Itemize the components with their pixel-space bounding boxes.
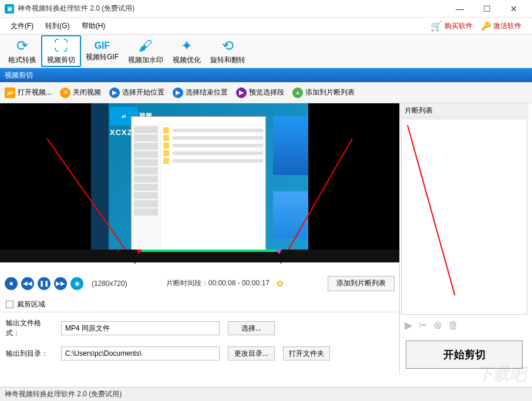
select-format-button[interactable]: 选择... [228, 321, 275, 335]
cut-fragment-icon[interactable]: ✂ [419, 319, 427, 332]
annotation-arrow-right [402, 119, 531, 295]
tool-optimize[interactable]: ✦视频优化 [168, 35, 206, 67]
statusbar: 神奇视频转换处理软件 2.0 (免费试用) [0, 387, 532, 401]
marker-start[interactable] [136, 250, 142, 254]
app-icon [5, 4, 14, 14]
buy-link[interactable]: 🛒 购买软件 [430, 21, 473, 32]
crop-checkbox[interactable] [6, 301, 14, 308]
trash-icon[interactable]: 🗑 [448, 319, 459, 332]
menu-help[interactable]: 帮助(H) [76, 19, 112, 33]
activate-label: 激活软件 [493, 21, 521, 31]
plus-icon: + [292, 87, 303, 98]
minimize-button[interactable]: — [446, 0, 473, 18]
svg-line-2 [408, 125, 466, 295]
menu-file[interactable]: 文件(F) [5, 19, 39, 33]
titlebar: 神奇视频转换处理软件 2.0 (免费试用) — ☐ ✕ [0, 0, 532, 18]
action-select-start[interactable]: ▶选择开始位置 [109, 87, 164, 98]
action-open-video[interactable]: 📂打开视频... [5, 87, 52, 98]
section-header: 视频剪切 [0, 68, 532, 82]
tool-watermark[interactable]: 🖌视频加水印 [123, 35, 168, 67]
maximize-button[interactable]: ☐ [473, 0, 500, 18]
snapshot-button[interactable]: ◉ [70, 277, 83, 290]
gif-icon: GIF [95, 41, 110, 51]
folder-icon: 📂 [5, 87, 15, 98]
status-text: 神奇视频转换处理软件 2.0 (免费试用) [5, 389, 122, 399]
tool-rotate[interactable]: ⟲旋转和翻转 [206, 35, 250, 67]
close-button[interactable]: ✕ [500, 0, 527, 18]
fragment-list-header: 片断列表 [400, 103, 528, 117]
play-start-icon: ▶ [109, 87, 120, 98]
add-to-fragment-list-button[interactable]: 添加到片断列表 [328, 276, 395, 291]
rotate-icon: ⟲ [222, 38, 234, 54]
preview-icon: ▶ [236, 87, 247, 98]
close-icon: ✕ [60, 87, 70, 98]
open-folder-button[interactable]: 打开文件夹 [283, 346, 330, 360]
action-preview[interactable]: ▶预览选择段 [236, 87, 284, 98]
output-dir-label: 输出到目录： [6, 349, 53, 359]
buy-label: 购买软件 [445, 21, 473, 31]
menubar: 文件(F) 转到(G) 帮助(H) 🛒 购买软件 🔑 激活软件 [0, 18, 532, 34]
delete-fragment-icon[interactable]: ⊗ [433, 319, 442, 332]
window-title: 神奇视频转换处理软件 2.0 (免费试用) [18, 4, 134, 14]
activate-link[interactable]: 🔑 激活软件 [481, 21, 521, 31]
timeline-selection[interactable] [138, 250, 279, 252]
marker-end[interactable] [276, 250, 282, 254]
crop-label: 裁剪区域 [17, 299, 45, 309]
video-viewport[interactable]: ⇄ 视频 XCXZQ [0, 103, 399, 250]
fragment-tools: ▶ ✂ ⊗ 🗑 [400, 316, 528, 335]
play-fragment-icon[interactable]: ▶ [405, 319, 413, 332]
fragment-pane: 片断列表 ▶ ✂ ⊗ 🗑 开始剪切 [399, 103, 528, 375]
timeline[interactable] [0, 250, 399, 262]
tool-format[interactable]: ⟳格式转换 [4, 35, 41, 67]
convert-icon: ⟳ [16, 38, 28, 54]
main-area: ⇄ 视频 XCXZQ [0, 103, 532, 375]
crop-icon: ⛶ [54, 38, 68, 54]
playback-controls: ■ ◀◀ ❚❚ ▶▶ ◉ (1280x720) 片断时间段：00:00:08 -… [0, 270, 399, 298]
video-pane: ⇄ 视频 XCXZQ [0, 103, 399, 375]
window-controls: — ☐ ✕ [446, 0, 527, 18]
tool-gif[interactable]: GIF视频转GIF [81, 35, 123, 67]
output-format-input[interactable] [61, 321, 220, 335]
crop-row: 裁剪区域 [0, 297, 399, 312]
action-bar: 📂打开视频... ✕关闭视频 ▶选择开始位置 ▶选择结束位置 ▶预览选择段 +添… [0, 82, 532, 103]
output-format-label: 输出文件格式： [6, 318, 53, 338]
forward-button[interactable]: ▶▶ [54, 277, 67, 290]
play-end-icon: ▶ [173, 87, 183, 98]
resolution-label: (1280x720) [92, 279, 127, 288]
sparkle-icon: ✦ [181, 38, 193, 54]
rewind-button[interactable]: ◀◀ [21, 277, 34, 290]
brush-icon: 🖌 [139, 38, 153, 54]
menu-goto[interactable]: 转到(G) [39, 19, 75, 33]
video-frame: ⇄ 视频 XCXZQ [91, 103, 308, 250]
action-close-video[interactable]: ✕关闭视频 [60, 87, 101, 98]
stop-button[interactable]: ■ [5, 277, 18, 290]
tool-cut[interactable]: ⛶视频剪切 [41, 35, 81, 67]
key-icon: 🔑 [481, 21, 491, 31]
output-section: 输出文件格式： 选择... 输出到目录： 更改目录... 打开文件夹 [0, 312, 399, 375]
cart-icon: 🛒 [430, 21, 442, 32]
change-dir-button[interactable]: 更改目录... [228, 346, 275, 360]
time-range: 片断时间段：00:00:08 - 00:00:17 [166, 278, 270, 288]
action-add-fragment[interactable]: +添加到片断列表 [292, 87, 355, 98]
fragment-list[interactable] [401, 119, 527, 315]
action-select-end[interactable]: ▶选择结束位置 [173, 87, 228, 98]
output-dir-input[interactable] [61, 346, 220, 360]
start-cut-button[interactable]: 开始剪切 [406, 341, 523, 369]
pause-button[interactable]: ❚❚ [38, 277, 50, 290]
gear-icon[interactable]: ✿ [277, 279, 284, 288]
main-toolbar: ⟳格式转换 ⛶视频剪切 GIF视频转GIF 🖌视频加水印 ✦视频优化 ⟲旋转和翻… [0, 34, 532, 68]
